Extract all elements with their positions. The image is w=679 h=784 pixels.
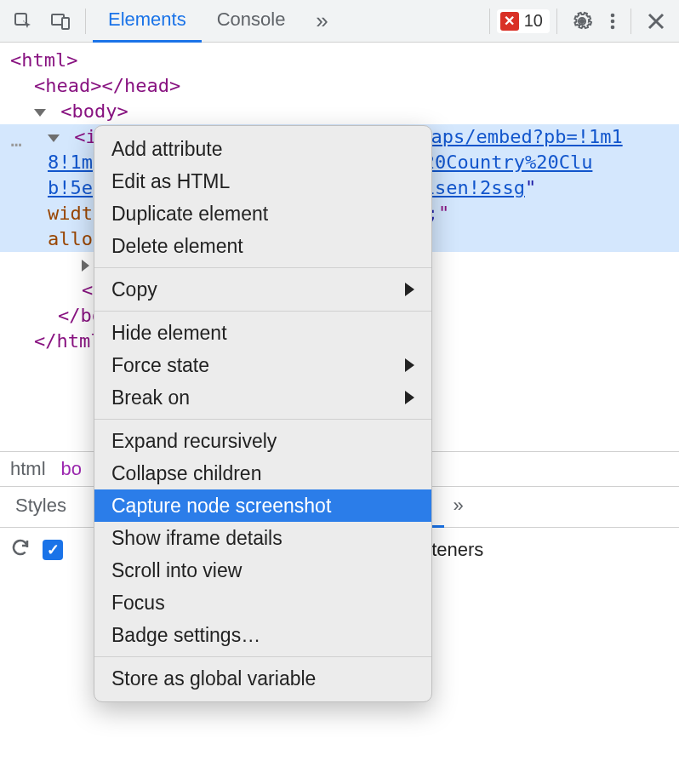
error-count-pill[interactable]: ✕ 10 <box>497 9 550 33</box>
chevron-right-icon <box>405 391 414 404</box>
caret-right-icon[interactable] <box>82 260 89 272</box>
error-badge-icon: ✕ <box>500 12 519 31</box>
ctx-duplicate-element[interactable]: Duplicate element <box>94 197 431 230</box>
separator <box>85 9 86 34</box>
panel-tabs: Elements Console » <box>93 0 343 43</box>
ancestors-checkbox[interactable]: ✓ <box>43 540 63 560</box>
tab-elements[interactable]: Elements <box>93 0 202 43</box>
ellipsis-gutter-icon: … <box>0 128 34 153</box>
dom-node-html[interactable]: <html> <box>10 48 679 73</box>
ctx-delete-element[interactable]: Delete element <box>94 230 431 262</box>
ctx-capture-node-screenshot[interactable]: Capture node screenshot <box>94 489 431 522</box>
ctx-force-state-submenu[interactable]: Force state <box>94 349 431 381</box>
ctx-store-global[interactable]: Store as global variable <box>94 662 431 695</box>
dom-node-body-open[interactable]: <body> <box>10 99 679 124</box>
separator <box>94 419 431 420</box>
separator <box>94 267 431 268</box>
error-count: 10 <box>524 11 543 31</box>
ctx-break-on-submenu[interactable]: Break on <box>94 381 431 414</box>
caret-down-icon[interactable] <box>48 134 60 142</box>
ctx-focus[interactable]: Focus <box>94 587 431 619</box>
chevron-right-icon <box>405 358 414 372</box>
chevron-right-icon <box>405 283 414 296</box>
devtools-toolbar: Elements Console » ✕ 10 <box>0 0 679 43</box>
svg-point-5 <box>611 19 615 23</box>
ctx-add-attribute[interactable]: Add attribute <box>94 133 431 165</box>
ctx-scroll-into-view[interactable]: Scroll into view <box>94 554 431 587</box>
inspect-icon[interactable] <box>5 0 41 43</box>
svg-point-6 <box>611 25 615 29</box>
svg-rect-2 <box>62 18 69 29</box>
crumb-html[interactable]: html <box>10 458 46 480</box>
svg-point-3 <box>579 19 585 24</box>
ctx-copy-submenu[interactable]: Copy <box>94 273 431 306</box>
more-tabs-chevrons-icon[interactable]: » <box>300 0 343 43</box>
separator <box>556 9 557 34</box>
separator <box>94 656 431 657</box>
separator <box>630 9 631 34</box>
ctx-edit-as-html[interactable]: Edit as HTML <box>94 165 431 197</box>
caret-down-icon[interactable] <box>34 109 46 117</box>
tab-console[interactable]: Console <box>202 0 301 43</box>
ctx-badge-settings[interactable]: Badge settings… <box>94 619 431 651</box>
settings-gear-icon[interactable] <box>564 0 600 43</box>
ctx-collapse-children[interactable]: Collapse children <box>94 457 431 489</box>
node-context-menu: Add attribute Edit as HTML Duplicate ele… <box>94 125 432 702</box>
svg-rect-0 <box>15 14 26 25</box>
separator <box>94 311 431 312</box>
crumb-body[interactable]: bo <box>61 458 82 480</box>
subtab-styles[interactable]: Styles <box>0 487 82 528</box>
separator <box>489 9 490 34</box>
ctx-expand-recursively[interactable]: Expand recursively <box>94 425 431 457</box>
close-devtools-icon[interactable] <box>638 0 674 43</box>
kebab-menu-icon[interactable] <box>602 0 624 43</box>
device-toggle-icon[interactable] <box>43 0 78 43</box>
ctx-hide-element[interactable]: Hide element <box>94 317 431 349</box>
refresh-icon[interactable] <box>10 537 31 563</box>
more-subtabs-icon[interactable]: » <box>444 487 471 528</box>
ctx-show-iframe-details[interactable]: Show iframe details <box>94 522 431 554</box>
svg-point-4 <box>611 13 615 17</box>
dom-node-head[interactable]: <head></head> <box>10 73 679 99</box>
